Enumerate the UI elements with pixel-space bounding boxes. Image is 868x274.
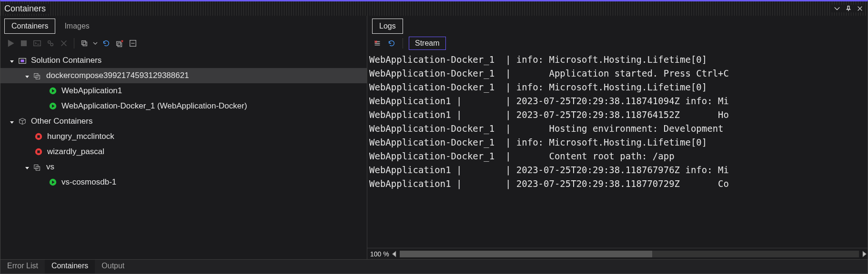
stopped-icon — [34, 132, 43, 141]
log-output[interactable]: WebApplication-Docker_1 | info: Microsof… — [367, 53, 868, 248]
separator — [74, 38, 74, 49]
bottom-tabs: Error List Containers Output — [0, 259, 868, 274]
other-group[interactable]: Other Containers — [0, 114, 367, 129]
stopped-icon — [34, 147, 43, 157]
btab-output[interactable]: Output — [95, 260, 131, 274]
h-scrollbar[interactable] — [400, 251, 859, 257]
expand-icon[interactable] — [9, 118, 16, 125]
container-label: vs-cosmosdb-1 — [61, 177, 116, 187]
compose-group[interactable]: dockercompose3992174593129388621 — [0, 68, 367, 83]
other-label: Other Containers — [31, 117, 92, 126]
zoom-bar: 100 % — [367, 248, 868, 259]
window-menu-icon[interactable] — [833, 5, 841, 12]
vs-label: vs — [46, 162, 54, 172]
remove-container-icon[interactable] — [114, 38, 125, 49]
svg-rect-6 — [117, 41, 121, 45]
scroll-left-icon[interactable] — [391, 249, 398, 259]
expand-icon[interactable] — [24, 164, 31, 170]
svg-rect-0 — [21, 41, 27, 46]
svg-rect-5 — [83, 42, 87, 46]
btab-errorlist[interactable]: Error List — [0, 260, 45, 274]
container-label: WebApplication-Docker_1 (WebApplication-… — [61, 101, 247, 111]
container-item[interactable]: vs-cosmosdb-1 — [0, 175, 367, 190]
svg-rect-11 — [34, 74, 38, 78]
panel-header: Containers — [0, 1, 868, 16]
svg-rect-18 — [37, 150, 40, 153]
stop-icon — [19, 38, 29, 49]
zoom-label: 100 % — [370, 250, 389, 258]
svg-point-3 — [50, 43, 53, 46]
running-icon — [48, 86, 58, 96]
container-label: WebApplication1 — [61, 86, 122, 96]
svg-rect-16 — [37, 135, 40, 137]
close-icon[interactable] — [856, 5, 864, 12]
container-item[interactable]: WebApplication1 — [0, 83, 367, 98]
compose-icon — [33, 162, 42, 172]
scroll-right-icon[interactable] — [861, 249, 868, 259]
container-item[interactable]: WebApplication-Docker_1 (WebApplication-… — [0, 98, 367, 114]
container-item[interactable]: wizardly_pascal — [0, 144, 367, 159]
container-label: hungry_mcclintock — [47, 132, 114, 141]
compose-icon — [33, 71, 42, 80]
running-icon — [48, 101, 58, 111]
terminal-icon — [32, 38, 42, 49]
solution-icon — [18, 56, 27, 65]
separator — [403, 38, 403, 49]
solution-label: Solution Containers — [31, 56, 101, 65]
stream-button[interactable]: Stream — [409, 37, 446, 50]
chevron-down-icon[interactable] — [92, 38, 98, 49]
logs-toolbar: Stream — [367, 34, 868, 53]
vs-group[interactable]: vs — [0, 159, 367, 175]
expand-icon[interactable] — [9, 57, 16, 64]
svg-rect-7 — [118, 43, 121, 47]
left-toolbar — [0, 34, 367, 53]
panel-title: Containers — [4, 4, 49, 14]
btab-containers[interactable]: Containers — [45, 260, 95, 274]
svg-rect-10 — [20, 59, 24, 62]
solution-group[interactable]: Solution Containers — [0, 53, 367, 68]
running-icon — [48, 177, 58, 187]
svg-point-2 — [48, 41, 50, 43]
settings-icon — [45, 38, 56, 49]
tab-containers[interactable]: Containers — [4, 19, 55, 34]
tab-logs[interactable]: Logs — [372, 19, 403, 34]
container-tree[interactable]: Solution Containers dockercompose3992174… — [0, 53, 367, 259]
compose-label: dockercompose3992174593129388621 — [46, 71, 189, 80]
left-tabs: Containers Images — [0, 16, 367, 34]
container-label: wizardly_pascal — [47, 147, 104, 157]
container-group-icon — [18, 117, 27, 126]
expand-icon[interactable] — [24, 72, 31, 79]
delete-icon — [59, 38, 69, 49]
tab-images[interactable]: Images — [57, 19, 96, 34]
container-item[interactable]: hungry_mcclintock — [0, 129, 367, 144]
refresh-logs-icon[interactable] — [386, 38, 397, 49]
copy-icon[interactable] — [79, 38, 90, 49]
svg-rect-1 — [34, 41, 40, 46]
right-tabs: Logs — [367, 16, 868, 34]
start-icon — [5, 38, 16, 49]
svg-rect-12 — [36, 75, 40, 79]
refresh-icon[interactable] — [101, 38, 111, 49]
svg-rect-4 — [82, 41, 86, 45]
clear-icon[interactable] — [372, 38, 383, 49]
collapse-icon[interactable] — [128, 38, 138, 49]
pin-icon[interactable] — [845, 5, 852, 12]
